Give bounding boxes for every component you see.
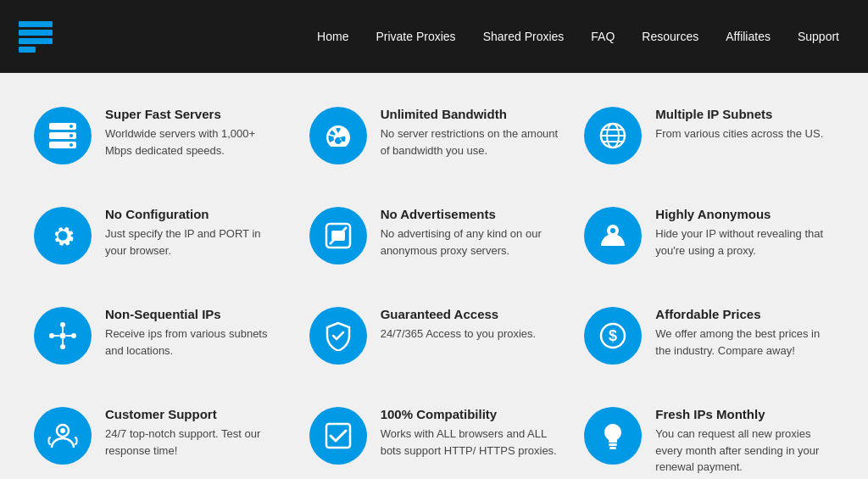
feature-fresh-ips-monthly: Fresh IPs Monthly You can request all ne… xyxy=(576,390,843,479)
main-nav: HomePrivate ProxiesShared ProxiesFAQReso… xyxy=(305,23,851,50)
feature-desc-no-advertisements: No advertising of any kind on our anonym… xyxy=(381,226,559,259)
feature-title-multiple-ip-subnets: Multiple IP Subnets xyxy=(655,107,823,121)
svg-point-21 xyxy=(71,333,76,338)
svg-rect-33 xyxy=(609,443,617,446)
svg-rect-34 xyxy=(609,447,616,449)
speedometer-icon xyxy=(309,107,367,164)
feature-title-customer-support: Customer Support xyxy=(105,407,284,421)
feature-text-non-sequential-ips: Non-Sequential IPs Receive ips from vari… xyxy=(105,307,284,359)
features-grid: Super Fast Servers Worldwide servers wit… xyxy=(25,90,843,479)
feature-desc-100-compatibility: Works with ALL browsers and ALL bots sup… xyxy=(381,426,559,459)
feature-desc-super-fast-servers: Worldwide servers with 1,000+ Mbps dedic… xyxy=(105,125,284,159)
feature-desc-affordable-prices: We offer among the best prices in the in… xyxy=(655,326,834,359)
svg-rect-3 xyxy=(19,47,36,53)
feature-super-fast-servers: Super Fast Servers Worldwide servers wit… xyxy=(25,90,292,181)
feature-title-no-advertisements: No Advertisements xyxy=(381,207,559,221)
feature-guaranteed-access: Guaranteed Access 24/7/365 Access to you… xyxy=(301,290,568,382)
feature-no-configuration: No Configuration Just specify the IP and… xyxy=(25,190,292,281)
feature-highly-anonymous: Highly Anonymous Hide your IP without re… xyxy=(576,190,843,281)
svg-point-9 xyxy=(70,143,73,147)
feature-desc-highly-anonymous: Hide your IP without revealing that you'… xyxy=(655,226,834,259)
feature-text-no-advertisements: No Advertisements No advertising of any … xyxy=(381,207,559,259)
feature-text-multiple-ip-subnets: Multiple IP Subnets From various cities … xyxy=(655,107,823,142)
shield-check-icon xyxy=(309,307,367,365)
svg-point-23 xyxy=(60,344,65,349)
feature-text-affordable-prices: Affordable Prices We offer among the bes… xyxy=(655,307,834,359)
feature-text-100-compatibility: 100% Compatibility Works with ALL browse… xyxy=(381,407,559,459)
nav-item-faq[interactable]: FAQ xyxy=(579,23,626,50)
dollar-icon: $ xyxy=(584,307,642,365)
svg-point-19 xyxy=(60,333,66,339)
svg-point-22 xyxy=(60,322,65,327)
svg-point-7 xyxy=(70,134,73,137)
svg-rect-16 xyxy=(331,231,345,241)
gear-icon xyxy=(34,207,92,265)
globe-icon xyxy=(584,107,642,164)
network-icon xyxy=(34,307,92,365)
feature-no-advertisements: No Advertisements No advertising of any … xyxy=(301,190,568,281)
feature-title-100-compatibility: 100% Compatibility xyxy=(381,407,559,421)
feature-title-unlimited-bandwidth: Unlimited Bandwidth xyxy=(381,107,559,121)
feature-customer-support: Customer Support 24/7 top-notch support.… xyxy=(25,390,292,479)
nav-item-home[interactable]: Home xyxy=(305,23,360,50)
anonymous-icon xyxy=(584,207,642,265)
feature-title-guaranteed-access: Guaranteed Access xyxy=(381,307,537,321)
feature-title-fresh-ips-monthly: Fresh IPs Monthly xyxy=(655,407,834,421)
logo-icon xyxy=(17,18,54,55)
nav-item-affiliates[interactable]: Affiliates xyxy=(714,23,782,50)
checkbox-icon xyxy=(309,407,367,465)
svg-rect-1 xyxy=(19,30,53,36)
feature-text-unlimited-bandwidth: Unlimited Bandwidth No server restrictio… xyxy=(381,107,559,159)
feature-title-affordable-prices: Affordable Prices xyxy=(655,307,834,321)
no-ads-icon xyxy=(309,207,367,265)
feature-non-sequential-ips: Non-Sequential IPs Receive ips from vari… xyxy=(25,290,292,382)
feature-desc-non-sequential-ips: Receive ips from various subnets and loc… xyxy=(105,326,284,359)
nav-item-resources[interactable]: Resources xyxy=(630,23,710,50)
nav-item-support[interactable]: Support xyxy=(786,23,851,50)
feature-desc-customer-support: 24/7 top-notch support. Test our respons… xyxy=(105,426,284,459)
svg-point-18 xyxy=(610,228,615,233)
feature-text-fresh-ips-monthly: Fresh IPs Monthly You can request all ne… xyxy=(655,407,834,476)
svg-rect-2 xyxy=(19,38,53,44)
feature-affordable-prices: $ Affordable Prices We offer among the b… xyxy=(576,290,843,382)
feature-multiple-ip-subnets: Multiple IP Subnets From various cities … xyxy=(576,90,843,181)
support-icon xyxy=(34,407,92,465)
nav-item-private-proxies[interactable]: Private Proxies xyxy=(364,23,467,50)
feature-desc-multiple-ip-subnets: From various cities across the US. xyxy=(655,125,823,142)
feature-desc-guaranteed-access: 24/7/365 Access to you proxies. xyxy=(381,326,537,343)
feature-100-compatibility: 100% Compatibility Works with ALL browse… xyxy=(301,390,568,479)
feature-text-guaranteed-access: Guaranteed Access 24/7/365 Access to you… xyxy=(381,307,537,343)
svg-text:$: $ xyxy=(609,327,617,344)
svg-point-31 xyxy=(60,428,65,433)
feature-title-no-configuration: No Configuration xyxy=(105,207,284,221)
server-icon xyxy=(34,107,92,164)
feature-text-customer-support: Customer Support 24/7 top-notch support.… xyxy=(105,407,284,459)
feature-title-highly-anonymous: Highly Anonymous xyxy=(655,207,834,221)
feature-text-highly-anonymous: Highly Anonymous Hide your IP without re… xyxy=(655,207,834,259)
feature-text-super-fast-servers: Super Fast Servers Worldwide servers wit… xyxy=(105,107,284,159)
logo-area xyxy=(17,18,63,55)
feature-title-super-fast-servers: Super Fast Servers xyxy=(105,107,284,121)
svg-rect-0 xyxy=(19,21,53,27)
header: HomePrivate ProxiesShared ProxiesFAQReso… xyxy=(0,0,868,73)
feature-title-non-sequential-ips: Non-Sequential IPs xyxy=(105,307,284,321)
main-content: Super Fast Servers Worldwide servers wit… xyxy=(0,73,868,479)
feature-text-no-configuration: No Configuration Just specify the IP and… xyxy=(105,207,284,259)
feature-desc-fresh-ips-monthly: You can request all new proxies every mo… xyxy=(655,426,834,476)
feature-unlimited-bandwidth: Unlimited Bandwidth No server restrictio… xyxy=(301,90,568,181)
lightbulb-icon xyxy=(584,407,642,465)
nav-item-shared-proxies[interactable]: Shared Proxies xyxy=(471,23,576,50)
svg-point-5 xyxy=(70,125,73,128)
feature-desc-no-configuration: Just specify the IP and PORT in your bro… xyxy=(105,226,284,259)
svg-point-20 xyxy=(49,333,54,338)
feature-desc-unlimited-bandwidth: No server restrictions on the amount of … xyxy=(381,125,559,159)
